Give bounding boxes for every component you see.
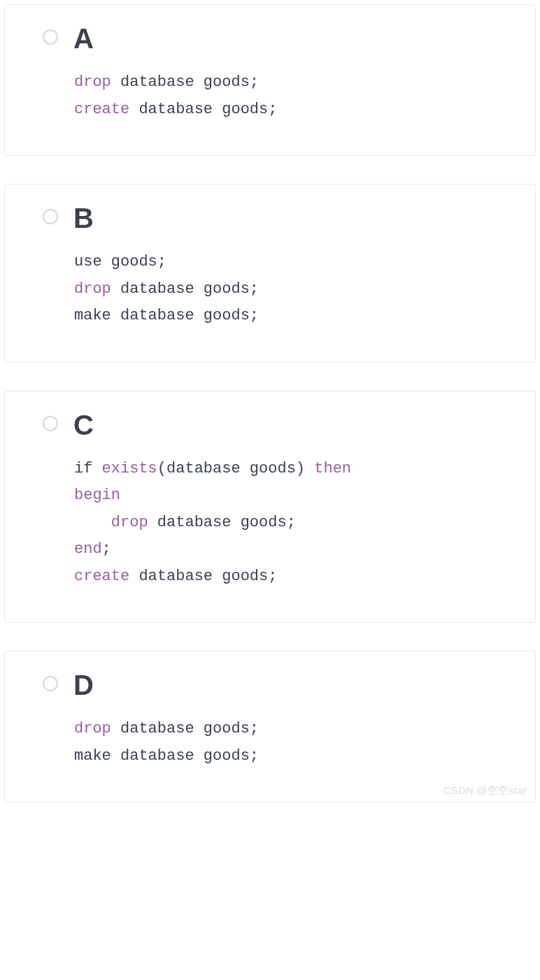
option-card-d[interactable]: D drop database goods; make database goo…: [4, 651, 536, 802]
radio-circle-icon[interactable]: [43, 416, 58, 431]
option-letter: D: [73, 671, 94, 699]
option-header: B: [43, 204, 518, 232]
radio-circle-icon[interactable]: [43, 676, 58, 691]
option-letter: C: [73, 411, 94, 439]
code-block: use goods; drop database goods; make dat…: [74, 249, 518, 330]
option-card-c[interactable]: C if exists(database goods) then begin d…: [4, 391, 536, 624]
option-header: A: [43, 24, 518, 52]
option-letter: A: [73, 24, 94, 52]
watermark-text: CSDN @空空star: [443, 784, 527, 798]
option-header: D: [43, 671, 518, 699]
option-letter: B: [73, 204, 94, 232]
code-block: drop database goods; create database goo…: [74, 69, 518, 123]
code-block: if exists(database goods) then begin dro…: [74, 456, 518, 591]
option-card-a[interactable]: A drop database goods; create database g…: [4, 4, 536, 156]
code-block: drop database goods; make database goods…: [74, 716, 518, 770]
radio-circle-icon[interactable]: [43, 29, 58, 45]
option-card-b[interactable]: B use goods; drop database goods; make d…: [4, 184, 536, 363]
radio-circle-icon[interactable]: [43, 209, 58, 224]
option-header: C: [43, 411, 518, 439]
